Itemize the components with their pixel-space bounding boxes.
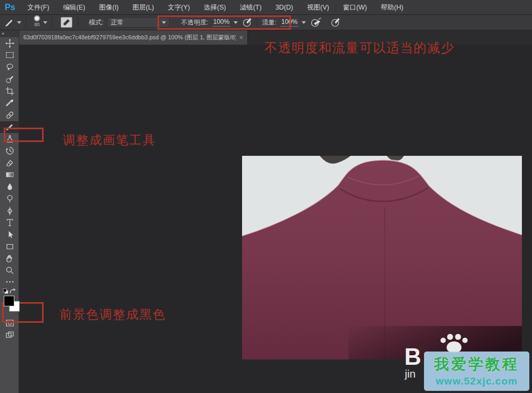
tool-path-selection[interactable] (0, 229, 19, 241)
baidu-paw-icon (438, 334, 470, 353)
shirt-back-photo (242, 156, 522, 359)
screen-mode-icon (5, 330, 14, 339)
mode-label: 模式: (89, 18, 103, 27)
chevron-down-icon[interactable] (302, 21, 306, 24)
quick-mask-icon (5, 319, 14, 328)
tool-panel: » (0, 30, 19, 393)
color-swatches (0, 295, 19, 317)
opacity-value[interactable]: 100% (212, 18, 231, 27)
stamp-icon (5, 135, 14, 144)
close-tab-icon[interactable]: × (239, 35, 243, 41)
toggle-brush-panel-button[interactable] (61, 17, 72, 28)
water-drop-icon (5, 182, 14, 191)
brush-preset-picker[interactable]: 80 (34, 15, 40, 30)
history-brush-icon (5, 146, 14, 155)
menu-view[interactable]: 视图(V) (300, 0, 336, 15)
menu-3d[interactable]: 3D(D) (269, 0, 300, 15)
pressure-opacity-icon[interactable] (242, 17, 253, 28)
brush-size-label: 80 (34, 22, 39, 27)
marquee-icon (5, 51, 14, 60)
menu-select[interactable]: 选择(S) (197, 0, 233, 15)
chevron-down-icon[interactable] (234, 21, 238, 24)
photoshop-logo: Ps (0, 3, 21, 12)
quick-selection-icon (5, 74, 14, 83)
screen-mode-button[interactable] (0, 329, 19, 341)
document-title: 63d0f703918fa0ec7c48ebf9279759ee3c6ddbb3… (23, 34, 236, 41)
tool-marquee[interactable] (0, 49, 19, 62)
hand-icon (5, 254, 14, 263)
lasso-icon (5, 63, 14, 72)
soft-brush-preview-icon (34, 15, 40, 22)
menu-edit[interactable]: 编辑(E) (56, 0, 93, 15)
bandage-icon (5, 111, 14, 120)
menu-bar: Ps 文件(F) 编辑(E) 图像(I) 图层(L) 文字(Y) 选择(S) 滤… (0, 0, 532, 15)
flow-value[interactable]: 100% (280, 18, 299, 27)
brush-icon (5, 122, 14, 131)
menu-filter[interactable]: 滤镜(T) (233, 0, 269, 15)
ellipsis-icon (5, 280, 14, 284)
panel-collapse-icon[interactable]: » (0, 30, 19, 37)
swap-colors-icon[interactable] (9, 288, 16, 294)
foreground-color-swatch[interactable] (4, 296, 14, 306)
menu-type[interactable]: 文字(Y) (161, 0, 197, 15)
quick-mask-button[interactable] (0, 317, 19, 329)
magnifier-icon (5, 266, 14, 275)
blend-mode-value: 正常 (111, 18, 123, 27)
tool-pen[interactable] (0, 205, 19, 217)
menu-file[interactable]: 文件(F) (21, 0, 56, 15)
airbrush-icon[interactable] (310, 17, 322, 28)
baidu-watermark-jin: jin (405, 368, 415, 380)
pressure-size-icon[interactable] (330, 17, 341, 28)
eraser-icon (5, 158, 14, 168)
brush-icon (4, 18, 14, 28)
rectangle-icon (5, 242, 14, 251)
eyedropper-icon (5, 98, 14, 107)
document-tab[interactable]: 63d0f703918fa0ec7c48ebf9279759ee3c6ddbb3… (19, 30, 248, 45)
separator (26, 16, 26, 28)
tool-move[interactable] (0, 37, 19, 49)
chevron-down-icon (162, 21, 166, 24)
tool-dodge[interactable] (0, 193, 19, 205)
site-name: 我爱学教程 (424, 354, 529, 374)
tool-rectangle-shape[interactable] (0, 241, 19, 253)
tool-lasso[interactable] (0, 61, 19, 73)
tool-blur[interactable] (0, 181, 19, 193)
document-image[interactable] (242, 156, 522, 359)
options-bar: 80 模式: 正常 不透明度: 100% 流量: 100% (0, 15, 532, 30)
tool-quick-selection[interactable] (0, 73, 19, 86)
menu-help[interactable]: 帮助(H) (374, 0, 410, 15)
tool-type[interactable] (0, 217, 19, 229)
chevron-down-icon (17, 21, 21, 24)
menu-layer[interactable]: 图层(L) (126, 0, 161, 15)
menu-window[interactable]: 窗口(W) (336, 0, 374, 15)
dodge-icon (5, 194, 14, 203)
tool-crop[interactable] (0, 85, 19, 97)
annotation-opacity-flow: 不透明度和流量可以适当的减少 (264, 39, 454, 56)
edit-toolbar-button[interactable] (0, 277, 19, 287)
move-icon (5, 39, 14, 48)
tool-spot-healing[interactable] (0, 109, 19, 121)
separator (78, 16, 78, 28)
tool-preset-picker[interactable] (0, 15, 23, 30)
chevron-down-icon[interactable] (43, 21, 47, 24)
tool-clone-stamp[interactable] (0, 133, 19, 145)
annotation-foreground: 前景色调整成黑色 (60, 306, 166, 323)
blend-mode-select[interactable]: 正常 (107, 17, 170, 28)
arrow-cursor-icon (5, 230, 14, 239)
tool-brush[interactable] (0, 121, 19, 133)
tool-eyedropper[interactable] (0, 97, 19, 110)
tool-gradient[interactable] (0, 169, 19, 181)
menu-image[interactable]: 图像(I) (92, 0, 126, 15)
site-watermark: 我爱学教程 www.52xjc.com (424, 352, 529, 391)
site-url: www.52xjc.com (424, 375, 529, 387)
tool-eraser[interactable] (0, 157, 19, 169)
tool-history-brush[interactable] (0, 145, 19, 157)
opacity-label: 不透明度: (181, 18, 208, 27)
separator (52, 16, 52, 28)
separator (257, 16, 257, 28)
crop-icon (5, 87, 14, 96)
photoshop-window: Ps 文件(F) 编辑(E) 图像(I) 图层(L) 文字(Y) 选择(S) 滤… (0, 0, 532, 393)
tool-hand[interactable] (0, 253, 19, 265)
tool-zoom[interactable] (0, 265, 19, 277)
default-colors-icon[interactable] (3, 288, 9, 294)
